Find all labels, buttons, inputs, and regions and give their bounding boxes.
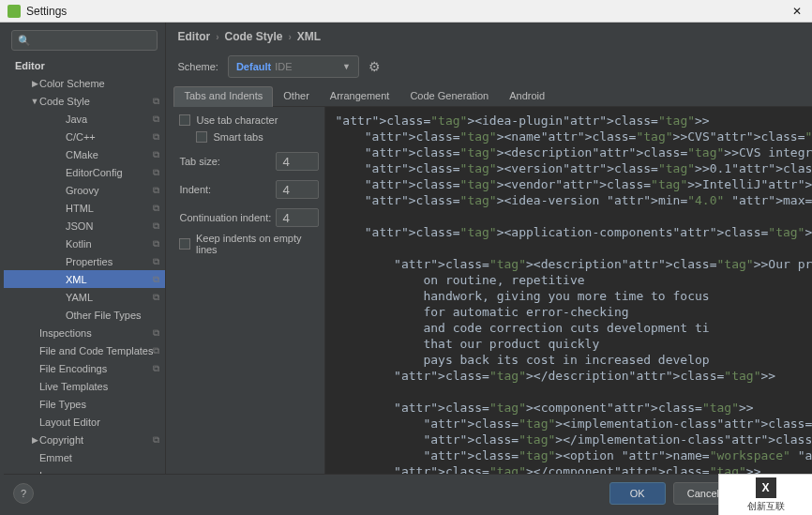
tree-item-color-scheme[interactable]: ▶Color Scheme [4,74,165,92]
tree-item-label: File Types [39,399,159,410]
tree-item-label: CMake [66,149,153,160]
tree-item-label: EditorConfig [66,167,153,178]
tree-item-label: Layout Editor [39,417,159,428]
scope-icon: ⧉ [153,167,159,178]
scheme-bar: Scheme: DefaultIDE ▼ ⚙ [166,51,812,83]
tree-item-label: Code Style [39,96,153,107]
settings-tree: Editor ▶Color Scheme▼Code Style⧉ Java⧉ C… [4,56,165,474]
use-tab-checkbox[interactable]: Use tab character [179,114,319,126]
tree-item-groovy[interactable]: Groovy⧉ [4,181,165,199]
scope-icon: ⧉ [153,256,159,267]
scope-icon: ⧉ [153,274,159,285]
scheme-label: Scheme: [177,61,218,72]
tree-arrow-icon: ▼ [30,97,39,106]
close-icon[interactable]: ✕ [789,5,804,18]
help-button[interactable]: ? [13,483,34,504]
tree-item-editorconfig[interactable]: EditorConfig⧉ [4,163,165,181]
tree-item-cmake[interactable]: CMake⧉ [4,145,165,163]
crumb-editor[interactable]: Editor [177,30,210,43]
crumb-codestyle[interactable]: Code Style [225,30,283,43]
tree-arrow-icon: ▶ [30,435,39,445]
checkbox-icon [179,238,190,250]
tab-other[interactable]: Other [273,86,320,106]
tree-item-java[interactable]: Java⧉ [4,110,165,128]
scheme-select[interactable]: DefaultIDE ▼ [228,55,359,78]
scope-icon: ⧉ [153,114,159,125]
smart-tabs-checkbox[interactable]: Smart tabs [196,131,319,143]
indent-options: Use tab character Smart tabs Tab size: I… [173,107,325,474]
tab-android[interactable]: Android [499,86,555,106]
tree-item-label: Other File Types [66,310,159,321]
watermark-icon: X [756,477,776,498]
scope-icon: ⧉ [153,203,159,214]
keep-indents-checkbox[interactable]: Keep indents on empty lines [179,233,319,255]
codestyle-tabs: Tabs and IndentsOtherArrangementCode Gen… [173,86,812,107]
scope-icon: ⧉ [153,238,159,250]
tree-item-label: HTML [66,203,153,214]
scope-icon: ⧉ [153,96,159,107]
content-panel: Editor › Code Style › XML Scheme: Defaul… [166,23,812,474]
tree-item-c-c-[interactable]: C/C++⧉ [4,128,165,145]
tree-item-emmet[interactable]: Emmet [4,448,165,466]
scope-icon: ⧉ [153,345,159,356]
watermark: X 创新互联 [718,474,812,515]
tree-item-kotlin[interactable]: Kotlin⧉ [4,235,165,252]
ok-button[interactable]: OK [609,482,666,505]
tree-item-inspections[interactable]: Inspections⧉ [4,324,165,341]
tree-item-yaml[interactable]: YAML⧉ [4,288,165,306]
chevron-down-icon: ▼ [342,62,351,71]
main-area: 🔍 Editor ▶Color Scheme▼Code Style⧉ Java⧉… [4,23,808,474]
tree-item-label: YAML [66,292,153,303]
tree-item-label: Emmet [39,452,159,463]
tree-item-label: XML [66,274,153,285]
scope-icon: ⧉ [153,131,159,143]
cont-indent-label: Continuation indent: [179,212,271,223]
search-input[interactable]: 🔍 [11,30,158,51]
scope-icon: ⧉ [153,327,159,339]
scope-icon: ⧉ [153,220,159,232]
tree-editor-header[interactable]: Editor [4,56,165,74]
tree-item-copyright[interactable]: ▶Copyright⧉ [4,431,165,448]
tree-item-code-style[interactable]: ▼Code Style⧉ [4,92,165,110]
tree-item-file-types[interactable]: File Types [4,395,165,413]
tree-item-json[interactable]: JSON⧉ [4,217,165,235]
tree-item-file-encodings[interactable]: File Encodings⧉ [4,359,165,377]
tabsize-input[interactable] [276,152,319,171]
scope-icon: ⧉ [153,185,159,196]
sidebar: 🔍 Editor ▶Color Scheme▼Code Style⧉ Java⧉… [4,23,166,474]
scope-icon: ⧉ [153,434,159,446]
tree-item-other-file-types[interactable]: Other File Types [4,306,165,324]
tree-item-xml[interactable]: XML⧉ [4,270,165,288]
tree-item-label: Groovy [66,185,153,196]
tab-tabs-and-indents[interactable]: Tabs and Indents [173,86,273,107]
chevron-right-icon: › [216,32,218,42]
scope-icon: ⧉ [153,363,159,374]
scope-icon: ⧉ [153,149,159,160]
tree-item-html[interactable]: HTML⧉ [4,199,165,217]
tree-item-file-and-code-templates[interactable]: File and Code Templates⧉ [4,341,165,359]
indent-input[interactable] [276,180,319,199]
tree-item-label: Live Templates [39,381,159,392]
tree-item-label: File Encodings [39,363,153,374]
tree-item-properties[interactable]: Properties⧉ [4,252,165,270]
tree-item-label: Kotlin [66,238,153,250]
checkbox-icon [179,114,190,126]
tree-item-label: C/C++ [66,131,153,143]
tree-item-label: Color Scheme [39,78,159,89]
app-logo-icon [8,5,21,18]
cont-indent-input[interactable] [276,208,319,227]
breadcrumb: Editor › Code Style › XML [166,23,812,51]
tree-item-layout-editor[interactable]: Layout Editor [4,413,165,431]
window-title: Settings [26,5,789,18]
tab-code-generation[interactable]: Code Generation [399,86,499,106]
tab-body: Use tab character Smart tabs Tab size: I… [173,107,812,474]
crumb-xml: XML [297,30,321,43]
tree-item-images[interactable]: Images [4,466,165,474]
tree-item-label: Copyright [39,434,153,446]
tab-arrangement[interactable]: Arrangement [320,86,400,106]
gear-icon[interactable]: ⚙ [368,59,381,74]
titlebar: Settings ✕ [0,0,812,23]
tree-item-live-templates[interactable]: Live Templates [4,377,165,395]
chevron-right-icon: › [289,32,292,42]
dialog-buttons: OK Cancel Apply [4,474,808,511]
